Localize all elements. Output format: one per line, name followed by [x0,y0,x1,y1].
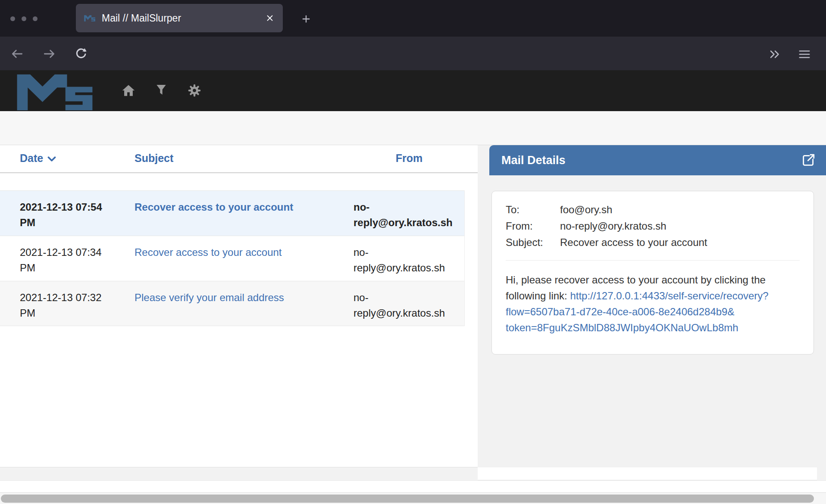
card-separator [506,260,800,261]
mail-subject-link[interactable]: Please verify your email address [135,292,284,303]
app-toolbar: Refresh Search [0,111,826,145]
column-header-date[interactable]: Date [20,152,135,172]
from-value: no-reply@ory.kratos.sh [560,218,800,234]
new-tab-button[interactable] [297,9,316,28]
mail-details-card: To: foo@ory.sh From: no-reply@ory.kratos… [491,191,814,355]
subject-value: Recover access to your account [560,234,800,251]
mail-details-title: Mail Details [501,154,801,167]
mail-body: Hi, please recover access to your accoun… [506,272,800,336]
external-link-icon[interactable] [801,153,816,168]
back-button-icon[interactable] [10,47,24,61]
window-controls[interactable] [10,16,38,21]
bottom-gap [0,467,478,480]
mail-subject-cell: Please verify your email address [135,290,354,326]
browser-navigation-bar: 127.0.0.1:4436/# 90% [0,37,826,70]
mail-list-header: Date Subject From [0,145,478,173]
browser-tab[interactable]: Mail // MailSlurper [76,4,283,32]
mail-details-header: Mail Details [489,145,826,175]
mail-subject-cell: Recover access to your account [135,245,354,281]
details-panel-bottom [478,467,817,480]
filter-funnel-icon[interactable] [154,83,169,98]
column-header-subject[interactable]: Subject [135,152,354,172]
mail-list-rows: 2021-12-13 07:54 PMRecover access to you… [0,190,465,326]
tab-close-icon[interactable] [265,13,275,23]
column-header-from[interactable]: From [354,152,465,172]
horizontal-scrollbar[interactable] [0,492,826,504]
menu-hamburger-icon[interactable] [798,48,811,62]
mailslurper-logo [14,72,96,110]
settings-gear-icon[interactable] [187,83,202,98]
mail-subject-cell: Recover access to your account [135,199,354,236]
reload-button-icon[interactable] [74,47,88,61]
mail-list-row[interactable]: 2021-12-13 07:32 PMPlease verify your em… [0,281,464,326]
tab-title: Mail // MailSlurper [102,12,260,24]
forward-button-icon[interactable] [42,47,56,61]
from-label: From: [506,218,560,234]
mail-date: 2021-12-13 07:54 PM [20,199,135,236]
mail-from: no- reply@ory.kratos.sh [354,245,465,281]
subject-label: Subject: [506,234,560,251]
to-label: To: [506,202,560,218]
mail-subject-link[interactable]: Recover access to your account [135,201,293,213]
mail-from: no- reply@ory.kratos.sh [354,290,465,326]
sort-chevron-down-icon [47,156,56,162]
mailslurper-navbar [0,70,826,111]
overflow-chevrons-icon[interactable] [768,48,782,62]
mailslurper-favicon-icon [84,15,96,22]
mail-subject-link[interactable]: Recover access to your account [135,246,282,258]
mail-list-panel: Date Subject From 2021-12-13 07:54 PMRec… [0,145,478,467]
mail-list-row[interactable]: 2021-12-13 07:54 PMRecover access to you… [0,190,464,236]
home-icon[interactable] [121,83,136,98]
mail-from: no- reply@ory.kratos.sh [354,199,465,236]
mail-date: 2021-12-13 07:32 PM [20,290,135,326]
footer-strip [0,480,826,492]
mail-list-row[interactable]: 2021-12-13 07:34 PMRecover access to you… [0,236,464,281]
horizontal-scrollbar-thumb[interactable] [1,495,814,503]
mail-date: 2021-12-13 07:34 PM [20,245,135,281]
to-value: foo@ory.sh [560,202,800,218]
browser-tab-bar: Mail // MailSlurper [0,0,826,37]
